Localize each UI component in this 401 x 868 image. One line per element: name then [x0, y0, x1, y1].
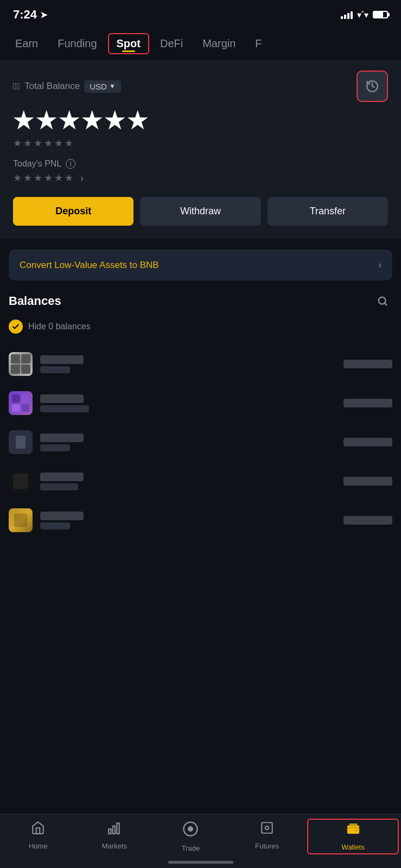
withdraw-button[interactable]: Withdraw [140, 197, 260, 226]
markets-icon [107, 821, 122, 839]
tab-earn[interactable]: Earn [7, 33, 47, 54]
asset-sub [40, 522, 70, 529]
asset-name [40, 355, 84, 364]
svg-rect-8 [262, 822, 272, 833]
asset-info [40, 355, 336, 373]
asset-info [40, 473, 336, 490]
deposit-button[interactable]: Deposit [13, 197, 133, 226]
asset-value-display [343, 516, 392, 525]
transfer-button[interactable]: Transfer [268, 197, 388, 226]
asset-value-display [343, 438, 392, 446]
nav-trade[interactable]: Trade [152, 821, 229, 852]
tab-spot[interactable]: Spot [108, 33, 149, 54]
balance-label: 👁⃗ Total Balance USD ▼ [13, 80, 121, 93]
convert-banner[interactable]: Convert Low-Value Assets to BNB › [9, 250, 392, 280]
tab-defi[interactable]: DeFi [151, 33, 192, 54]
pnl-value: ★★★★★★ [13, 172, 75, 184]
nav-home[interactable]: Home [0, 821, 77, 850]
tab-funding[interactable]: Funding [49, 33, 105, 54]
home-icon [31, 821, 45, 839]
asset-name [40, 473, 84, 481]
status-icons: ▾ˆ▾ [341, 10, 388, 20]
futures-icon [260, 821, 274, 839]
hide-zero-label: Hide 0 balances [28, 322, 91, 331]
tab-f[interactable]: F [246, 33, 270, 54]
balances-search-button[interactable] [373, 291, 392, 311]
nav-home-label: Home [29, 842, 48, 850]
asset-sub [40, 405, 89, 412]
bottom-navigation: Home Markets Trade Futures [0, 814, 401, 868]
asset-info [40, 512, 336, 529]
tab-margin[interactable]: Margin [194, 33, 244, 54]
history-button[interactable] [357, 71, 388, 102]
balance-value: ★★★★★★ [13, 107, 388, 134]
currency-selector[interactable]: USD ▼ [84, 80, 121, 93]
svg-point-9 [265, 826, 269, 830]
asset-icon [9, 508, 33, 532]
balances-title: Balances [9, 294, 61, 308]
tab-navigation: Earn Funding Spot DeFi Margin F [0, 27, 401, 60]
location-icon: ➤ [40, 10, 47, 20]
asset-icon [9, 430, 33, 454]
svg-rect-3 [109, 829, 111, 834]
wifi-icon: ▾ˆ▾ [357, 10, 368, 20]
list-item[interactable] [9, 462, 392, 501]
asset-name [40, 433, 84, 442]
nav-wallets[interactable]: Wallets [307, 819, 399, 854]
asset-info [40, 394, 336, 412]
asset-list [9, 344, 392, 540]
balance-section: 👁⃗ Total Balance USD ▼ ★★★★★★ ★★★★★★ Tod… [0, 60, 401, 239]
signal-icon [341, 10, 353, 19]
asset-sub [40, 366, 70, 373]
asset-icon [9, 391, 33, 415]
pnl-chevron-icon[interactable]: › [80, 173, 84, 184]
status-bar: 7:24 ➤ ▾ˆ▾ [0, 0, 401, 27]
balance-sub-value: ★★★★★★ [13, 137, 388, 149]
status-time: 7:24 ➤ [13, 8, 47, 22]
asset-info [40, 433, 336, 451]
svg-line-2 [385, 303, 387, 305]
asset-sub [40, 444, 70, 451]
asset-icon [9, 352, 33, 376]
asset-value-display [343, 477, 392, 486]
battery-icon [373, 11, 388, 18]
asset-value-display [343, 399, 392, 407]
svg-point-1 [379, 297, 386, 304]
pnl-info-icon[interactable]: i [66, 159, 75, 169]
asset-name [40, 512, 84, 520]
asset-icon [9, 469, 33, 493]
asset-value-display [343, 360, 392, 368]
nav-wallets-label: Wallets [342, 843, 365, 851]
list-item[interactable] [9, 344, 392, 384]
list-item[interactable] [9, 501, 392, 540]
hide-zero-toggle[interactable] [9, 320, 23, 334]
nav-markets[interactable]: Markets [77, 821, 153, 850]
svg-rect-4 [113, 826, 115, 834]
convert-text: Convert Low-Value Assets to BNB [20, 260, 159, 271]
eye-slash-icon: 👁⃗ [13, 81, 20, 92]
nav-markets-label: Markets [102, 842, 127, 850]
list-item[interactable] [9, 384, 392, 423]
home-indicator [168, 861, 233, 864]
convert-chevron-icon: › [378, 259, 381, 271]
nav-futures[interactable]: Futures [229, 821, 305, 850]
list-item[interactable] [9, 423, 392, 462]
wallets-icon [346, 822, 360, 840]
nav-futures-label: Futures [255, 842, 279, 850]
trade-icon [182, 821, 199, 841]
pnl-label: Today's PNL [13, 159, 61, 169]
svg-rect-10 [347, 826, 359, 834]
asset-name [40, 394, 84, 403]
svg-point-7 [189, 827, 193, 831]
asset-sub [40, 483, 78, 490]
balances-section: Balances Hide 0 balances [0, 291, 401, 540]
nav-trade-label: Trade [182, 844, 200, 852]
svg-rect-11 [355, 829, 357, 831]
svg-rect-5 [117, 823, 119, 834]
